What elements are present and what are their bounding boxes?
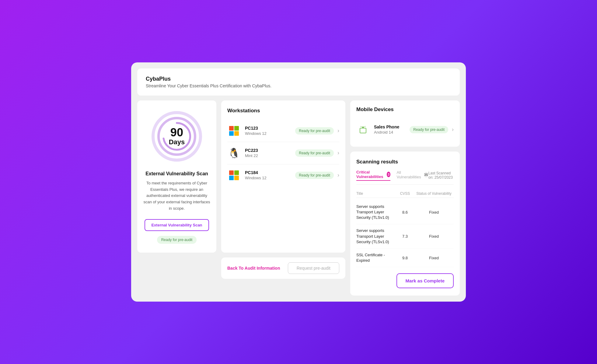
sales-phone-name: Sales Phone <box>374 124 410 129</box>
vuln-2-title: Server supports Transport Layer Security… <box>356 228 396 245</box>
days-label: Days <box>169 138 185 146</box>
vuln-2-cvss: 7.3 <box>396 234 414 239</box>
vuln-col-title: Title <box>356 191 396 196</box>
windows-icon-pc123 <box>227 124 241 138</box>
vuln-1-title: Server supports Transport Layer Security… <box>356 204 396 221</box>
vuln-col-status: Status of Vulnerability <box>414 191 454 196</box>
pc184-chevron-icon[interactable]: › <box>337 172 339 178</box>
vuln-table-header: Title CVSS Status of Vulnerability <box>356 190 454 198</box>
pc184-info: PC184 Windows 12 <box>245 170 295 180</box>
pc223-os: Mint 22 <box>245 153 295 158</box>
workstations-title: Workstations <box>227 108 339 114</box>
svg-rect-5 <box>360 128 366 133</box>
svg-line-8 <box>361 126 362 127</box>
mobile-devices-title: Mobile Devices <box>356 107 454 113</box>
app-container: CybaPlus Streamline Your Cyber Essential… <box>131 62 466 302</box>
pc223-info: PC223 Mint 22 <box>245 148 295 158</box>
svg-point-6 <box>361 127 362 128</box>
tab-critical-label: Critical Vulnerabilities <box>356 170 385 179</box>
workstation-row-pc223[interactable]: 🐧 PC223 Mint 22 Ready for pre-audit › <box>227 142 339 164</box>
pc123-chevron-icon[interactable]: › <box>337 128 339 134</box>
pc223-name: PC223 <box>245 148 295 153</box>
svg-line-9 <box>365 126 365 127</box>
days-circle: 90 Days <box>149 109 204 164</box>
external-scan-button[interactable]: External Vulnerability Scan <box>145 219 209 231</box>
scan-description: To meet the requirements of Cyber Essent… <box>143 180 210 212</box>
android-icon-sales-phone <box>356 123 370 136</box>
tab-all-badge: 35 <box>424 172 428 177</box>
scan-section-title: External Vulnerability Scan <box>145 171 208 177</box>
mobile-device-row-sales-phone[interactable]: Sales Phone Android 14 Ready for pre-aud… <box>356 119 454 141</box>
right-panels: Mobile Devices <box>350 100 460 296</box>
vulnerability-tabs: Critical Vulnerabilities 3 All Vulnerabi… <box>356 170 428 181</box>
pc123-info: PC123 Windows 12 <box>245 126 295 136</box>
vuln-3-title: SSL Certificate - Expired <box>356 252 396 263</box>
bottom-bar: Back To Audit Information Request pre-au… <box>221 257 345 279</box>
days-number: 90 <box>169 127 185 138</box>
scanning-results-title: Scanning results <box>356 159 454 165</box>
sales-phone-chevron-icon[interactable]: › <box>452 126 454 133</box>
vuln-col-cvss: CVSS <box>396 191 414 196</box>
vuln-row-2: Server supports Transport Layer Security… <box>356 224 454 249</box>
vulnerability-table: Title CVSS Status of Vulnerability Serve… <box>356 190 454 268</box>
vuln-2-status: Fixed <box>414 234 454 239</box>
tab-critical-badge: 3 <box>387 172 390 177</box>
last-scanned-label: Last Scanned on: 25/07/2023 <box>428 171 454 180</box>
pc184-os: Windows 12 <box>245 176 295 180</box>
pc123-name: PC123 <box>245 126 295 131</box>
vuln-row-3: SSL Certificate - Expired 9.8 Fixed <box>356 249 454 267</box>
pc123-os: Windows 12 <box>245 131 295 136</box>
header-card: CybaPlus Streamline Your Cyber Essential… <box>137 68 460 96</box>
mobile-devices-panel: Mobile Devices <box>350 100 460 147</box>
svg-point-7 <box>364 127 365 128</box>
pc223-chevron-icon[interactable]: › <box>337 150 339 156</box>
tab-all-label: All Vulnerabilities <box>396 170 422 179</box>
scanning-results-panel: Scanning results Critical Vulnerabilitie… <box>350 152 460 296</box>
sales-phone-info: Sales Phone Android 14 <box>374 124 410 135</box>
back-to-audit-link[interactable]: Back To Audit Information <box>227 266 280 271</box>
pc123-status: Ready for pre-audit <box>295 127 334 135</box>
vuln-1-status: Fixed <box>414 210 454 215</box>
vulnerability-tabs-row: Critical Vulnerabilities 3 All Vulnerabi… <box>356 170 454 185</box>
vuln-1-cvss: 8.6 <box>396 210 414 215</box>
request-pre-audit-button[interactable]: Request pre-audit <box>288 262 339 274</box>
left-panel-ready-badge: Ready for pre-audit <box>157 236 197 244</box>
tab-critical-vulnerabilities[interactable]: Critical Vulnerabilities 3 <box>356 170 390 181</box>
sales-phone-os: Android 14 <box>374 130 410 135</box>
vuln-row-1: Server supports Transport Layer Security… <box>356 200 454 225</box>
sales-phone-status: Ready for pre-audit <box>410 126 448 133</box>
vuln-3-cvss: 9.8 <box>396 256 414 260</box>
app-subtitle: Streamline Your Cyber Essentials Plus Ce… <box>146 83 451 88</box>
mark-as-complete-button[interactable]: Mark as Complete <box>396 273 454 288</box>
pc184-status: Ready for pre-audit <box>295 172 334 179</box>
pc223-status: Ready for pre-audit <box>295 149 334 157</box>
vuln-3-status: Fixed <box>414 256 454 260</box>
left-panel: 90 Days External Vulnerability Scan To m… <box>137 100 216 253</box>
pc184-name: PC184 <box>245 170 295 175</box>
app-title: CybaPlus <box>146 76 451 82</box>
workstation-row-pc123[interactable]: PC123 Windows 12 Ready for pre-audit › <box>227 120 339 142</box>
workstations-panel: Workstations PC123 Windows 12 <box>221 100 345 253</box>
svg-point-3 <box>362 126 364 128</box>
linux-icon-pc223: 🐧 <box>227 146 241 160</box>
workstation-row-pc184[interactable]: PC184 Windows 12 Ready for pre-audit › <box>227 164 339 186</box>
windows-icon-pc184 <box>227 169 241 182</box>
tab-all-vulnerabilities[interactable]: All Vulnerabilities 35 <box>396 170 428 180</box>
